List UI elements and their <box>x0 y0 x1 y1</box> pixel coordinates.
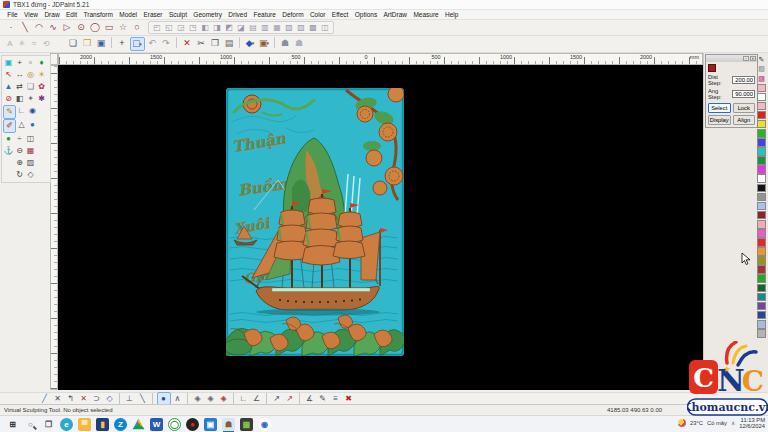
std-tool-stamp[interactable]: ▣▾ <box>258 37 271 49</box>
snap-snap-quad[interactable]: ◇ <box>104 393 116 404</box>
toolbox-grid[interactable]: ▦ <box>25 145 36 157</box>
snap-snap-mid[interactable]: ↰ <box>65 393 77 404</box>
model-tool-relief-1[interactable]: ▤ <box>248 22 259 33</box>
toolbox-ball-green[interactable]: ● <box>3 133 14 145</box>
draw-tool-polygon[interactable]: ▷ <box>61 22 74 34</box>
menu-feature[interactable]: Feature <box>250 11 279 18</box>
std-tool-copy[interactable]: ❐ <box>209 37 222 49</box>
toolbox-stretch[interactable]: ↔ <box>14 69 25 81</box>
color-swatch-4[interactable] <box>757 120 766 129</box>
draw-tool-rectangle[interactable]: ▭ <box>103 22 116 34</box>
model-tool-surface-3[interactable]: ◲ <box>176 22 187 33</box>
menu-eraser[interactable]: Eraser <box>140 11 166 18</box>
model-tool-surface-2[interactable]: ◱ <box>164 22 175 33</box>
menu-deform[interactable]: Deform <box>279 11 307 18</box>
color-swatch-2[interactable] <box>757 102 766 111</box>
ang-step-input[interactable] <box>732 90 755 98</box>
color-swatch-24[interactable] <box>757 302 766 311</box>
snap-track-a[interactable]: ↗ <box>271 393 283 404</box>
draw-tool-line[interactable]: ╲ <box>19 22 32 34</box>
color-swatch-5[interactable] <box>757 129 766 138</box>
model-tool-mesh-3[interactable]: ◩ <box>224 22 235 33</box>
canvas[interactable]: Thuận Buồm Xuôi Gió <box>58 65 703 390</box>
std-tool-delete[interactable]: ✕ <box>181 37 194 49</box>
menu-effect[interactable]: Effect <box>329 11 352 18</box>
toolbox-node-select[interactable]: ▫ <box>25 57 36 69</box>
draw-tool-ellipse[interactable]: ◯ <box>89 22 102 34</box>
taskbar-app-edge[interactable]: e <box>60 418 73 431</box>
taskbar-app-file-explorer[interactable]: ▀ <box>78 418 91 431</box>
snap-snap-tangent[interactable]: ╲ <box>137 393 149 404</box>
std-tool-mask-b[interactable]: ☗ <box>293 37 306 49</box>
taskbar-app-green-ring-app[interactable]: ◯ <box>168 418 181 431</box>
taskbar-app-drive[interactable]: ▲ <box>132 418 145 431</box>
select-button[interactable]: Select <box>708 103 731 113</box>
snap-ortho[interactable]: ∟ <box>238 393 250 404</box>
color-swatch-9[interactable] <box>757 165 766 174</box>
taskbar-app-zalo[interactable]: Z <box>114 418 127 431</box>
std-tool-new[interactable]: ❏ <box>67 37 80 49</box>
toolbox-sparkle[interactable]: ✦ <box>25 93 36 105</box>
toolbox-anchor[interactable]: ⚓ <box>3 145 14 157</box>
menu-sculpt[interactable]: Sculpt <box>166 11 190 18</box>
toolbox-lamp[interactable]: ☀ <box>36 69 47 81</box>
color-swatch-26[interactable] <box>757 320 766 329</box>
toolbox-pencil[interactable]: ✎ <box>3 105 16 119</box>
toolbox-layers[interactable]: ❏ <box>25 81 36 93</box>
tool-mode-icon[interactable] <box>708 64 716 72</box>
toolbox-target[interactable]: ◎ <box>25 69 36 81</box>
model-tool-mesh-2[interactable]: ◨ <box>212 22 223 33</box>
toolbox-frame[interactable]: ▣ <box>3 57 14 69</box>
std-tool-select-box[interactable]: ☐▾ <box>130 37 145 51</box>
taskbar-app-start[interactable]: ⊞ <box>6 418 19 431</box>
model-tool-relief-7[interactable]: ◫ <box>320 22 331 33</box>
dist-step-input[interactable] <box>732 76 755 84</box>
menu-model[interactable]: Model <box>116 11 140 18</box>
snap-angle[interactable]: ∡ <box>304 393 316 404</box>
display-button[interactable]: Display <box>708 115 731 125</box>
color-swatch-19[interactable] <box>757 256 766 265</box>
color-swatch-13[interactable] <box>757 202 766 211</box>
toolbox-pick[interactable]: + <box>14 57 25 69</box>
toolbox-camera[interactable]: ◧ <box>14 93 25 105</box>
model-tool-mesh-1[interactable]: ◧ <box>200 22 211 33</box>
toolbox-brush[interactable]: ✐ <box>3 119 16 133</box>
toolbox-wire[interactable]: ◇ <box>25 169 36 181</box>
taskbar-app-blue-dot-app[interactable]: ◉ <box>258 418 271 431</box>
std-tool-redo[interactable]: ↷ <box>160 37 173 49</box>
draw-tool-star[interactable]: ☆ <box>117 22 130 34</box>
draw-tool-circle-center[interactable]: ⊙ <box>75 22 88 34</box>
snap-track-b[interactable]: ↗ <box>284 393 296 404</box>
aux-tool-rotate[interactable]: ⟲ <box>41 39 52 50</box>
std-tool-pick-plus[interactable]: + <box>116 37 129 49</box>
aux-tool-spray[interactable]: ✳ <box>17 39 28 50</box>
snap-grid-c[interactable]: ◈ <box>218 393 230 404</box>
menu-geometry[interactable]: Geometry <box>190 11 225 18</box>
taskbar-app-jdpaint[interactable]: ☗ <box>222 418 235 431</box>
toolbox-hatch[interactable]: ▨ <box>25 157 36 169</box>
taskbar-app-word[interactable]: W <box>150 418 163 431</box>
toolbox-divide[interactable]: ÷ <box>14 133 25 145</box>
menu-drived[interactable]: Drived <box>225 11 250 18</box>
toolbox-zoom-in[interactable]: ⊕ <box>14 157 25 169</box>
snap-snap-perp[interactable]: ⊥ <box>124 393 136 404</box>
menu-artdraw[interactable]: ArtDraw <box>380 11 410 18</box>
color-swatch-15[interactable] <box>757 220 766 229</box>
draw-tool-curve[interactable]: ∿ <box>47 22 60 34</box>
std-tool-select-box-dropdown-arrow[interactable]: ▾ <box>139 42 142 47</box>
model-tool-relief-6[interactable]: ▩ <box>308 22 319 33</box>
menu-file[interactable]: File <box>4 11 21 18</box>
menu-color[interactable]: Color <box>307 11 329 18</box>
snap-polar[interactable]: ∠ <box>251 393 263 404</box>
dialog-minimize-button[interactable]: ▫ <box>743 56 749 61</box>
snap-snap-nearest[interactable]: ∧ <box>172 393 184 404</box>
color-swatch-20[interactable] <box>757 265 766 274</box>
std-tool-fill-color-dropdown-arrow[interactable]: ▾ <box>252 41 255 46</box>
model-tool-surface-4[interactable]: ◳ <box>188 22 199 33</box>
color-swatch-3[interactable] <box>757 111 766 120</box>
toolbox-leaf[interactable]: ♦ <box>36 57 47 69</box>
toolbox-sphere[interactable]: ● <box>27 119 38 131</box>
color-swatch-10[interactable] <box>757 174 766 183</box>
snap-snap-free[interactable]: ╱ <box>39 393 51 404</box>
lock-button[interactable]: Lock <box>733 103 756 113</box>
